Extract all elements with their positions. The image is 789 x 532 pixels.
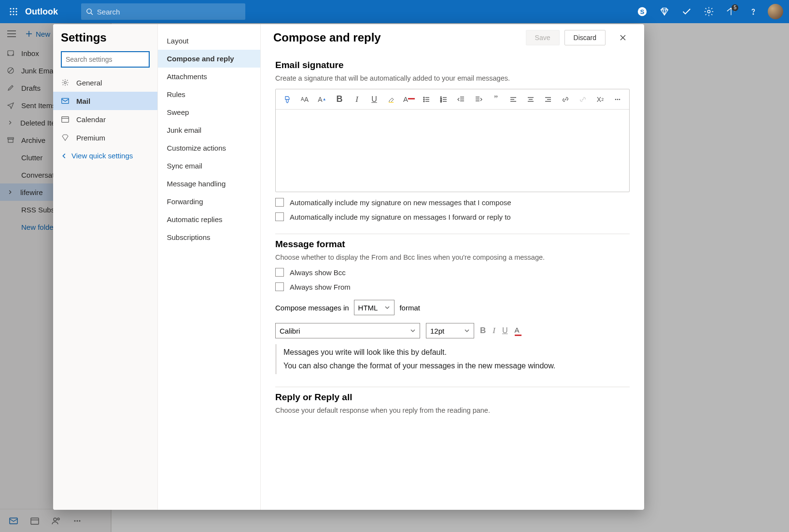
align-center-icon[interactable]	[524, 93, 537, 106]
account-avatar[interactable]	[766, 2, 785, 21]
settings-title: Settings	[53, 31, 157, 49]
subnav-forwarding[interactable]: Forwarding	[158, 193, 260, 210]
more-formatting-icon[interactable]	[611, 93, 624, 106]
font-color-icon[interactable]: A	[402, 93, 416, 106]
font-size-decrease-icon[interactable]: AA	[298, 93, 311, 106]
signature-section-desc: Create a signature that will be automati…	[275, 74, 630, 82]
unlink-icon[interactable]	[576, 93, 590, 106]
view-quick-settings-link[interactable]: View quick settings	[53, 147, 157, 165]
subnav-autoreply[interactable]: Automatic replies	[158, 210, 260, 228]
underline-icon[interactable]: U	[367, 93, 381, 106]
svg-point-13	[707, 10, 710, 13]
premium-diamond-icon[interactable]	[655, 2, 674, 21]
notification-badge: 5	[732, 4, 738, 11]
font-size-increase-icon[interactable]: A▲	[315, 93, 329, 106]
app-name: Outlook	[25, 7, 58, 17]
number-list-icon[interactable]: 123	[437, 93, 451, 106]
bold-icon[interactable]: B	[333, 93, 346, 106]
gear-icon	[61, 78, 70, 87]
svg-text:S: S	[640, 8, 645, 15]
mail-icon	[61, 97, 70, 105]
indent-icon[interactable]	[472, 93, 485, 106]
align-right-icon[interactable]	[541, 93, 555, 106]
svg-rect-38	[389, 102, 394, 103]
svg-point-6	[10, 14, 11, 15]
checkbox-show-from[interactable]	[275, 282, 284, 291]
app-header: Outlook S 5	[0, 0, 789, 23]
default-underline-icon[interactable]: U	[502, 326, 508, 335]
category-calendar[interactable]: Calendar	[53, 110, 157, 128]
signature-textarea[interactable]	[276, 110, 629, 192]
help-icon[interactable]	[744, 2, 763, 21]
quote-icon[interactable]: ”	[489, 93, 503, 106]
default-italic-icon[interactable]: I	[493, 326, 495, 336]
search-box[interactable]	[81, 3, 245, 20]
chevron-left-icon	[61, 153, 68, 159]
close-button[interactable]	[614, 29, 632, 46]
checkbox-show-bcc-label: Always show Bcc	[290, 268, 346, 277]
link-icon[interactable]	[559, 93, 572, 106]
checkbox-sig-reply-label: Automatically include my signature on me…	[290, 213, 511, 221]
checkbox-sig-new[interactable]	[275, 198, 284, 207]
discard-button[interactable]: Discard	[564, 30, 606, 45]
subnav-sync[interactable]: Sync email	[158, 157, 260, 175]
notifications-icon[interactable]: 5	[721, 2, 741, 21]
subnav-msghandling[interactable]: Message handling	[158, 175, 260, 193]
svg-point-3	[10, 11, 11, 12]
svg-point-43	[423, 101, 424, 102]
settings-dialog: Settings General Mail Calendar Premium V…	[53, 24, 644, 510]
default-bold-icon[interactable]: B	[480, 326, 486, 336]
svg-line-10	[91, 13, 93, 15]
svg-point-0	[10, 8, 11, 9]
align-left-icon[interactable]	[507, 93, 520, 106]
outdent-icon[interactable]	[454, 93, 468, 106]
page-title: Compose and reply	[273, 31, 526, 44]
subnav-attachments[interactable]: Attachments	[158, 68, 260, 85]
format-preview: Messages you write will look like this b…	[275, 344, 630, 374]
default-font-color-icon[interactable]: A	[515, 326, 521, 336]
subnav-junk[interactable]: Junk email	[158, 121, 260, 139]
app-launcher-icon[interactable]	[4, 2, 23, 21]
svg-point-66	[615, 98, 617, 100]
subnav-compose[interactable]: Compose and reply	[158, 50, 260, 68]
todo-check-icon[interactable]	[677, 2, 696, 21]
checkbox-show-bcc[interactable]	[275, 268, 284, 277]
preview-line-1: Messages you write will look like this b…	[283, 348, 623, 357]
skype-icon[interactable]: S	[633, 2, 652, 21]
svg-point-2	[15, 8, 17, 9]
svg-point-32	[64, 82, 67, 84]
category-mail[interactable]: Mail	[53, 92, 157, 110]
svg-point-5	[15, 11, 17, 12]
settings-search-input[interactable]	[61, 51, 150, 68]
svg-point-8	[15, 14, 17, 15]
font-family-select[interactable]: Calibri	[275, 323, 420, 338]
subnav-layout[interactable]: Layout	[158, 32, 260, 50]
checkbox-sig-new-label: Automatically include my signature on ne…	[290, 198, 511, 207]
compose-format-pre: Compose messages in	[275, 304, 349, 312]
category-general[interactable]: General	[53, 73, 157, 92]
superscript-icon[interactable]: X2	[593, 93, 607, 106]
subnav-subscriptions[interactable]: Subscriptions	[158, 228, 260, 246]
checkbox-sig-reply[interactable]	[275, 212, 284, 221]
highlight-icon[interactable]	[385, 93, 398, 106]
signature-editor: AA A▲ B I U A 123 ” X	[275, 89, 630, 192]
svg-point-9	[87, 9, 91, 13]
font-size-select[interactable]: 12pt	[426, 323, 474, 338]
subnav-sweep[interactable]: Sweep	[158, 103, 260, 121]
subnav-rules[interactable]: Rules	[158, 85, 260, 103]
compose-format-select[interactable]: HTML	[354, 300, 395, 315]
italic-icon[interactable]: I	[350, 93, 364, 106]
preview-line-2: You can also change the format of your m…	[283, 362, 623, 370]
category-premium[interactable]: Premium	[53, 128, 157, 147]
save-button[interactable]: Save	[526, 30, 560, 45]
settings-subnav: Layout Compose and reply Attachments Rul…	[158, 24, 261, 510]
subnav-customize[interactable]: Customize actions	[158, 139, 260, 157]
search-input[interactable]	[97, 8, 240, 16]
settings-gear-icon[interactable]	[699, 2, 719, 21]
chevron-down-icon	[384, 305, 390, 310]
svg-point-4	[13, 11, 14, 12]
format-painter-icon[interactable]	[281, 93, 294, 106]
chevron-down-icon	[410, 328, 416, 334]
bullet-list-icon[interactable]	[420, 93, 433, 106]
svg-point-39	[423, 97, 424, 98]
